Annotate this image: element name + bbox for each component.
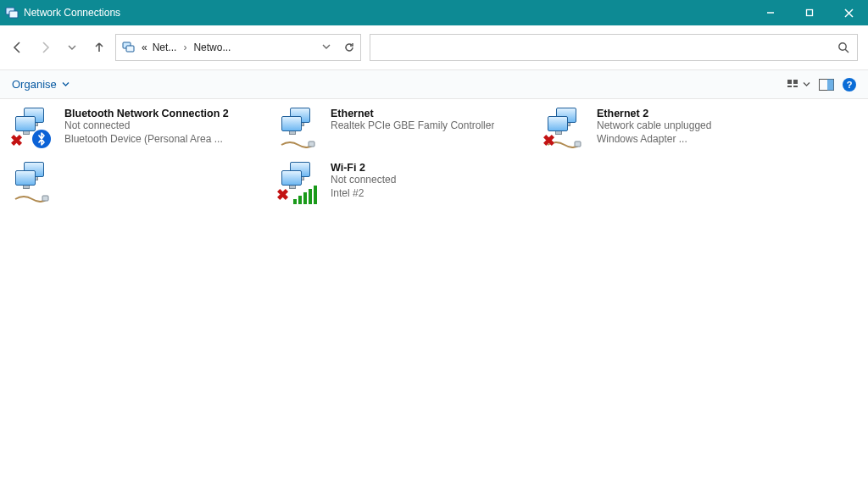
organise-menu[interactable]: Organise [12,78,70,91]
search-box[interactable] [370,34,858,61]
svg-rect-16 [309,141,314,147]
connection-device: Windows Adapter ... [597,133,711,147]
window-controls [751,0,868,25]
error-x-icon: ✖ [10,131,23,150]
location-icon [121,40,136,55]
connection-texts: EthernetRealtek PCIe GBE Family Controll… [331,108,494,133]
connection-status: Network cable unplugged [597,119,711,133]
connection-device: Realtek PCIe GBE Family Controller [331,119,494,133]
breadcrumb-1[interactable]: Net... [153,42,177,53]
svg-rect-7 [126,46,134,52]
forward-button[interactable] [37,40,53,55]
connection-item[interactable]: ✖Wi-Fi 2Not connectedIntel #2 [275,160,529,213]
connection-name: Ethernet 2 [597,108,711,119]
up-button[interactable] [92,40,107,55]
breadcrumb-prefix: « [142,42,147,53]
svg-point-8 [839,42,846,49]
chevron-down-icon [803,80,810,88]
breadcrumb-2[interactable]: Netwo... [193,42,231,53]
svg-rect-18 [42,196,48,201]
help-button[interactable]: ? [843,78,856,92]
connection-item[interactable]: ✖Bluetooth Network Connection 2Not conne… [8,106,263,158]
preview-pane-button[interactable] [819,79,834,91]
connection-status: Not connected [331,174,396,187]
connection-name: Bluetooth Network Connection 2 [64,108,229,119]
connections-grid: ✖Bluetooth Network Connection 2Not conne… [0,99,868,219]
large-icons-icon [786,78,799,92]
connection-name: Wi-Fi 2 [331,162,396,174]
window-title: Network Connections [24,7,751,19]
svg-rect-13 [793,86,798,87]
connection-device: Intel #2 [331,187,396,201]
nav-row: « Net... › Netwo... [0,25,868,70]
svg-rect-11 [793,80,798,84]
svg-rect-3 [807,10,813,16]
nav-buttons [10,40,107,55]
connection-status: Not connected [64,119,229,133]
chevron-right-icon: › [183,42,186,53]
error-x-icon: ✖ [542,131,555,150]
adapter-icon [278,108,322,148]
connection-name: Ethernet [331,108,494,119]
svg-line-9 [845,49,849,53]
address-bar[interactable]: « Net... › Netwo... [115,34,361,61]
back-button[interactable] [10,40,25,55]
command-bar: Organise ? [0,70,868,99]
maximize-button[interactable] [790,0,829,25]
adapter-icon: ✖ [278,162,322,202]
connection-texts: Wi-Fi 2Not connectedIntel #2 [331,162,396,200]
connection-item[interactable]: ✖Ethernet 2Network cable unplugged Windo… [541,106,795,158]
history-dropdown-icon[interactable] [64,40,80,55]
adapter-icon [12,162,56,202]
svg-rect-10 [787,80,792,84]
svg-rect-17 [575,141,581,147]
address-dropdown-icon[interactable] [321,42,331,53]
connection-texts: Ethernet 2Network cable unplugged Window… [597,108,711,146]
titlebar: Network Connections [0,0,868,25]
chevron-down-icon [62,80,70,88]
view-menu[interactable] [786,78,810,92]
connection-item[interactable]: EthernetRealtek PCIe GBE Family Controll… [275,106,529,158]
organise-label: Organise [12,78,57,91]
search-icon[interactable] [837,42,850,54]
app-icon [5,6,19,19]
refresh-button[interactable] [343,42,355,53]
minimize-button[interactable] [751,0,790,25]
search-input[interactable] [377,41,837,55]
svg-rect-1 [9,11,18,18]
connection-texts: Bluetooth Network Connection 2Not connec… [64,108,229,146]
connection-item[interactable] [8,160,263,213]
svg-rect-12 [787,86,792,87]
adapter-icon: ✖ [544,108,588,148]
connection-device: Bluetooth Device (Personal Area ... [64,133,229,147]
error-x-icon: ✖ [276,186,289,204]
adapter-icon: ✖ [12,108,56,148]
close-button[interactable] [829,0,868,25]
svg-rect-15 [827,79,834,90]
